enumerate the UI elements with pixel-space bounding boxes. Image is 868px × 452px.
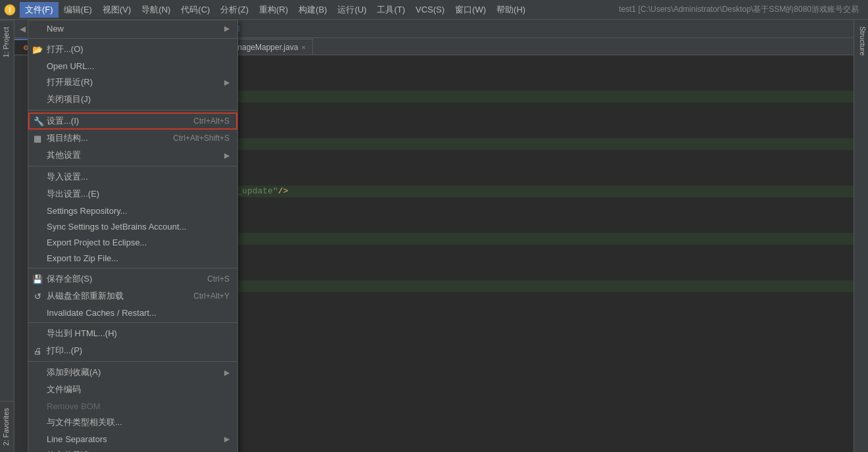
menu-item-other-settings[interactable]: 其他设置 ▶ (28, 147, 237, 164)
menu-item-sync-settings[interactable]: Sync Settings to JetBrains Account... (28, 218, 237, 234)
menu-item-save-all-label: 保存全部(S) (47, 273, 92, 285)
menu-code[interactable]: 代码(C) (176, 2, 215, 18)
menu-item-add-favorites[interactable]: 添加到收藏(A) ▶ (28, 364, 237, 381)
separator-3 (28, 166, 237, 166)
menu-item-remove-bom-label: Remove BOM (47, 401, 101, 411)
settings-shortcut: Ctrl+Alt+S (193, 116, 229, 126)
menu-item-associate-label: 与文件类型相关联... (47, 416, 122, 428)
menu-item-close-project[interactable]: 关闭项目(J) (28, 91, 237, 108)
project-tab-label: 1: Project (2, 27, 10, 57)
submenu-arrow-other: ▶ (224, 151, 229, 160)
menu-item-new[interactable]: New ▶ (28, 20, 237, 36)
file-dropdown-menu: New ▶ 📂 打开...(O) Open URL... 打开最近(R) ▶ 关… (28, 20, 238, 452)
grid-icon: ▦ (32, 133, 43, 143)
menu-window[interactable]: 窗口(W) (450, 2, 491, 18)
menu-tools[interactable]: 工具(T) (372, 2, 410, 18)
menu-item-file-encoding[interactable]: 文件编码 (28, 381, 237, 398)
menu-analyze[interactable]: 分析(Z) (215, 2, 254, 18)
submenu-arrow-recent: ▶ (224, 78, 229, 87)
menu-item-recent[interactable]: 打开最近(R) ▶ (28, 74, 237, 91)
menu-item-associate-filetype[interactable]: 与文件类型相关联... (28, 414, 237, 431)
menu-item-open-url[interactable]: Open URL... (28, 58, 237, 74)
menu-run[interactable]: 运行(U) (332, 2, 372, 18)
menu-item-import-label: 导入设置... (47, 171, 88, 183)
sidebar-right-label[interactable]: Structure (854, 20, 868, 63)
separator-1 (28, 38, 237, 39)
menu-vcs[interactable]: VCS(S) (410, 2, 450, 18)
menu-item-settings[interactable]: 🔧 设置...(I) Ctrl+Alt+S (28, 113, 237, 130)
menu-item-export-label: 导出设置...(E) (47, 188, 99, 200)
save-all-shortcut: Ctrl+S (207, 274, 229, 284)
menu-item-export-zip[interactable]: Export to Zip File... (28, 250, 237, 266)
sidebar-item-favorites[interactable]: 2: Favorites (0, 401, 14, 452)
menu-item-line-sep-label: Line Separators (47, 434, 107, 444)
project-structure-shortcut: Ctrl+Alt+Shift+S (173, 134, 229, 143)
menu-item-invalidate-label: Invalidate Caches / Restart... (47, 308, 157, 318)
menu-item-invalidate-caches[interactable]: Invalidate Caches / Restart... (28, 305, 237, 320)
submenu-arrow-linesep: ▶ (224, 435, 229, 443)
wrench-icon: 🔧 (34, 116, 44, 126)
menu-item-favorites-label: 添加到收藏(A) (47, 366, 101, 378)
menu-item-remove-bom: Remove BOM (28, 398, 237, 414)
menu-help[interactable]: 帮助(H) (491, 2, 531, 18)
menubar: I 文件(F) 编辑(E) 视图(V) 导航(N) 代码(C) 分析(Z) 重构… (0, 0, 868, 20)
menu-view[interactable]: 视图(V) (97, 2, 136, 18)
left-vertical-tabs: 1: Project 2: Favorites (0, 20, 14, 452)
menu-refactor[interactable]: 重构(R) (254, 2, 293, 18)
menu-item-sync-label: Sync Settings to JetBrains Account... (47, 222, 186, 232)
menu-item-close-project-label: 关闭项目(J) (47, 93, 91, 105)
print-icon: 🖨 (32, 345, 43, 356)
menu-item-save-all[interactable]: 💾 保存全部(S) Ctrl+S (28, 270, 237, 288)
menu-item-export-zip-label: Export to Zip File... (47, 253, 118, 263)
menu-item-settings-label: 设置...(I) (47, 115, 79, 127)
menu-file[interactable]: 文件(F) (20, 2, 59, 18)
menu-item-print[interactable]: 🖨 打印...(P) (28, 342, 237, 359)
menu-item-open-url-label: Open URL... (47, 61, 94, 71)
breadcrumb-arrow-left: ◀ (20, 24, 26, 34)
menu-item-readonly[interactable]: 使文件只读 (28, 447, 237, 452)
submenu-arrow-favorites: ▶ (224, 368, 229, 377)
sidebar-item-project[interactable]: 1: Project (0, 20, 14, 64)
menu-item-import-settings[interactable]: 导入设置... (28, 168, 237, 186)
separator-2 (28, 110, 237, 111)
menu-item-open[interactable]: 📂 打开...(O) (28, 41, 237, 58)
menu-build[interactable]: 构建(B) (293, 2, 332, 18)
menu-item-export-html-label: 导出到 HTML...(H) (47, 328, 117, 339)
menu-item-project-structure[interactable]: ▦ 项目结构... Ctrl+Alt+Shift+S (28, 130, 237, 147)
right-sidebar: Structure (854, 20, 868, 452)
menu-item-export-eclipse[interactable]: Export Project to Eclipse... (28, 234, 237, 250)
menu-item-export-settings[interactable]: 导出设置...(E) (28, 186, 237, 203)
menu-item-settings-repo-label: Settings Repository... (47, 206, 128, 216)
project-path: test1 [C:\Users\Administrator\Desktop\基于… (619, 4, 865, 15)
reload-icon: ↺ (32, 291, 43, 301)
menu-item-project-structure-label: 项目结构... (47, 132, 88, 144)
menu-item-line-separators[interactable]: Line Separators ▶ (28, 431, 237, 447)
menu-item-export-html[interactable]: 导出到 HTML...(H) (28, 325, 237, 342)
separator-5 (28, 322, 237, 323)
menu-item-encoding-label: 文件编码 (47, 384, 81, 395)
menu-edit[interactable]: 编辑(E) (59, 2, 97, 18)
menu-item-export-eclipse-label: Export Project to Eclipse... (47, 238, 147, 247)
menu-item-print-label: 打印...(P) (47, 345, 82, 357)
reload-shortcut: Ctrl+Alt+Y (193, 291, 229, 301)
separator-6 (28, 361, 237, 362)
menu-item-new-label: New (47, 24, 64, 34)
menu-item-open-label: 打开...(O) (47, 43, 84, 55)
menu-item-reload-label: 从磁盘全部重新加载 (47, 290, 124, 302)
separator-4 (28, 268, 237, 268)
menu-item-reload-all[interactable]: ↺ 从磁盘全部重新加载 Ctrl+Alt+Y (28, 288, 237, 305)
menu-item-readonly-label: 使文件只读 (47, 449, 89, 452)
menu-navigate[interactable]: 导航(N) (136, 2, 176, 18)
tab-close-manage-java[interactable]: × (301, 43, 305, 51)
menu-item-other-settings-label: 其他设置 (47, 149, 81, 161)
menu-item-settings-repo[interactable]: Settings Repository... (28, 203, 237, 218)
svg-text:I: I (9, 7, 11, 14)
menu-item-recent-label: 打开最近(R) (47, 76, 93, 88)
save-icon: 💾 (32, 274, 43, 284)
submenu-arrow-new: ▶ (224, 24, 229, 33)
folder-icon: 📂 (32, 44, 43, 55)
favorites-tab-label: 2: Favorites (2, 408, 10, 445)
app-logo: I (3, 3, 17, 17)
